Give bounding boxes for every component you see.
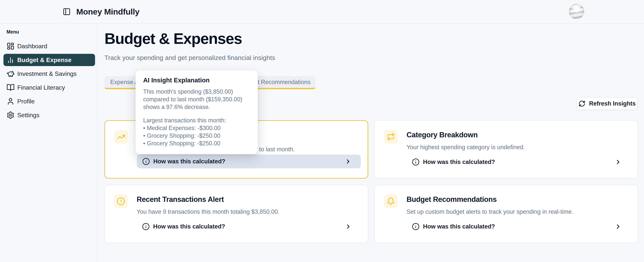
how-calculated-label: How was this calculated? (423, 223, 495, 230)
sidebar-item-settings[interactable]: Settings (4, 109, 95, 121)
sidebar-toggle-button[interactable] (62, 7, 72, 17)
popover-transactions-list: Largest transactions this month: • Medic… (143, 116, 250, 147)
info-icon (142, 223, 150, 230)
card-recent-transactions-alert: Recent Transactions Alert You have 9 tra… (104, 185, 368, 243)
repeat-icon (384, 130, 398, 144)
gear-icon (6, 111, 14, 119)
page-title: Budget & Expenses (104, 30, 242, 47)
chevron-right-icon (345, 223, 352, 230)
sidebar-item-investment-savings[interactable]: Investment & Savings (4, 68, 95, 80)
card-title: Budget Recommendations (406, 195, 631, 204)
ai-insight-popover: AI Insight Explanation This month's spen… (136, 70, 258, 154)
piggy-bank-icon (6, 70, 14, 78)
refresh-insights-button[interactable]: Refresh Insights (576, 97, 638, 110)
book-open-icon (6, 83, 14, 92)
sidebar: Menu Dashboard Budget & Expense Investme… (0, 24, 97, 262)
card-body-fragment: to last month. (259, 146, 295, 153)
how-calculated-label: How was this calculated? (423, 159, 495, 166)
bar-chart-icon (6, 56, 14, 64)
info-icon (412, 223, 420, 230)
how-calculated-label: How was this calculated? (153, 158, 226, 165)
chevron-right-icon (615, 159, 622, 166)
sidebar-item-profile[interactable]: Profile (4, 95, 95, 107)
sidebar-item-label: Profile (17, 98, 35, 105)
card-title: Category Breakdown (406, 131, 631, 139)
trending-up-icon (114, 130, 128, 144)
sidebar-item-financial-literacy[interactable]: Financial Literacy (4, 81, 95, 94)
how-calculated-button[interactable]: How was this calculated? (406, 155, 631, 169)
card-body: Your highest spending category is undefi… (406, 144, 631, 151)
popover-body: This month's spending ($3,850.00) compar… (143, 88, 250, 111)
app-title: Money Mindfully (76, 0, 139, 23)
how-calculated-button[interactable]: How was this calculated? (137, 155, 361, 168)
sidebar-menu-label: Menu (6, 29, 97, 35)
sidebar-item-dashboard[interactable]: Dashboard (4, 40, 95, 52)
popover-list-item: • Medical Expenses: -$300.00 (143, 124, 250, 132)
card-budget-recommendations: Budget Recommendations Set up custom bud… (374, 185, 638, 243)
info-icon (142, 158, 150, 165)
avatar[interactable] (569, 4, 584, 19)
how-calculated-label: How was this calculated? (153, 223, 225, 230)
page-subtitle: Track your spending and get personalized… (104, 54, 275, 61)
chevron-right-icon (344, 158, 352, 165)
app-header: Money Mindfully (0, 0, 644, 24)
alert-circle-icon (114, 194, 128, 208)
card-title: Recent Transactions Alert (137, 195, 361, 204)
refresh-icon (578, 100, 585, 107)
popover-title: AI Insight Explanation (143, 77, 250, 84)
sidebar-item-label: Settings (17, 112, 40, 119)
layout-dashboard-icon (6, 42, 14, 50)
popover-list-item: • Grocery Shopping: -$250.00 (143, 139, 250, 147)
sidebar-nav: Dashboard Budget & Expense Investment & … (4, 40, 95, 121)
card-body: You have 9 transactions this month total… (137, 208, 361, 216)
how-calculated-button[interactable]: How was this calculated? (406, 220, 631, 234)
how-calculated-button[interactable]: How was this calculated? (137, 220, 361, 234)
sidebar-item-label: Dashboard (17, 43, 47, 50)
sidebar-item-label: Financial Literacy (17, 84, 65, 91)
sidebar-item-label: Budget & Expense (17, 56, 72, 64)
info-icon (412, 158, 420, 166)
card-body: Set up custom budget alerts to track you… (406, 208, 631, 216)
sidebar-item-label: Investment & Savings (17, 70, 76, 77)
popover-list-item: • Grocery Shopping: -$250.00 (143, 132, 250, 139)
sidebar-item-budget-expense[interactable]: Budget & Expense (4, 54, 95, 66)
bell-icon (384, 194, 398, 208)
card-category-breakdown: Category Breakdown Your highest spending… (374, 120, 638, 179)
panel-left-icon (63, 8, 71, 16)
refresh-insights-label: Refresh Insights (589, 100, 636, 107)
user-icon (6, 97, 14, 105)
popover-list-header: Largest transactions this month: (143, 116, 250, 124)
chevron-right-icon (615, 223, 622, 230)
